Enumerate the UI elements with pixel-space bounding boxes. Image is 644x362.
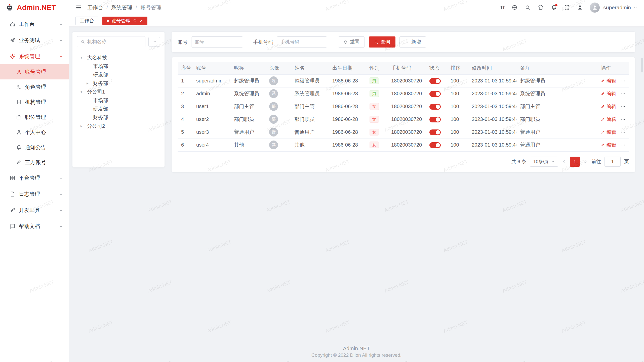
user-icon[interactable] — [577, 4, 583, 11]
breadcrumb-item[interactable]: 系统管理 — [111, 4, 132, 11]
refresh-icon — [343, 40, 348, 44]
user-menu-chevron-down-icon[interactable] — [633, 6, 637, 10]
cell-gender: 男 — [366, 87, 388, 100]
row-more-button[interactable] — [621, 130, 626, 135]
sidebar-subitem-third-account[interactable]: 三方账号 — [0, 155, 69, 170]
add-button[interactable]: 新增 — [399, 36, 426, 48]
user-avatar[interactable] — [590, 3, 600, 13]
status-toggle[interactable] — [429, 129, 441, 135]
username-label[interactable]: superadmin — [603, 5, 631, 11]
sidebar-subitem-position[interactable]: 职位管理 — [0, 110, 69, 125]
breadcrumb-item[interactable]: 工作台 — [87, 4, 103, 11]
row-more-button[interactable] — [621, 117, 626, 122]
cell-seq: 4 — [178, 113, 193, 126]
tree-caret-icon[interactable]: ▸ — [87, 81, 93, 85]
cell-phone: 18020030720 — [388, 113, 426, 126]
sidebar-item-docs[interactable]: 帮助文档 — [0, 218, 69, 234]
status-toggle[interactable] — [429, 78, 441, 84]
cell-seq: 2 — [178, 87, 193, 100]
pencil-icon — [601, 117, 605, 121]
cell-name: 普通用户 — [291, 126, 329, 139]
edit-button[interactable]: 编辑 — [601, 129, 616, 135]
edit-button[interactable]: 编辑 — [601, 90, 616, 97]
status-toggle[interactable] — [429, 142, 441, 148]
topbar: 工作台/系统管理/账号管理 Tt superadmin — [69, 0, 644, 15]
row-more-button[interactable] — [621, 143, 626, 148]
row-more-button[interactable] — [621, 91, 626, 96]
status-toggle[interactable] — [429, 117, 441, 122]
sidebar-item-platform[interactable]: 平台管理 — [0, 170, 69, 186]
menu-toggle-icon[interactable] — [75, 4, 82, 11]
cell-birthday: 1986-06-28 — [329, 139, 366, 151]
reset-button[interactable]: 重置 — [338, 36, 365, 48]
sidebar-subitem-label: 个人中心 — [25, 129, 46, 136]
fullscreen-icon[interactable] — [564, 4, 570, 11]
pencil-icon — [601, 104, 605, 109]
sidebar-item-workbench[interactable]: 工作台 — [0, 16, 69, 32]
sidebar-subitem-account[interactable]: 账号管理 — [0, 64, 69, 79]
tree-node[interactable]: 研发部 — [77, 70, 160, 79]
active-tab-dot — [107, 20, 109, 22]
next-page-button[interactable] — [583, 159, 588, 164]
query-button[interactable]: 查询 — [369, 36, 395, 48]
tab-workbench[interactable]: 工作台 — [75, 17, 98, 25]
page-size-select[interactable]: 10条/页 — [530, 157, 558, 167]
sidebar-item-system-management[interactable]: 系统管理 — [0, 48, 69, 64]
status-toggle[interactable] — [429, 91, 441, 97]
sidebar-item-log[interactable]: 日志管理 — [0, 186, 69, 202]
cell-remark: 普通用户 — [516, 139, 597, 151]
edit-button[interactable]: 编辑 — [601, 78, 616, 84]
close-icon[interactable] — [139, 19, 143, 23]
language-icon[interactable] — [511, 4, 518, 11]
search-icon[interactable] — [524, 4, 531, 11]
tree-node[interactable]: ▾大名科技 — [77, 53, 160, 62]
edit-button[interactable]: 编辑 — [601, 142, 616, 148]
sidebar-subitem-notice[interactable]: 通知公告 — [0, 140, 69, 155]
tree-node[interactable]: 财务部 — [77, 113, 160, 122]
pencil-icon — [601, 92, 605, 96]
account-filter-input[interactable] — [195, 39, 239, 45]
tree-caret-icon[interactable]: ▸ — [80, 124, 87, 128]
prev-page-button[interactable] — [562, 159, 566, 164]
tab-account[interactable]: 账号管理 — [102, 17, 147, 25]
edit-button[interactable]: 编辑 — [601, 103, 616, 110]
gender-tag: 男 — [370, 77, 379, 84]
tree-node[interactable]: 市场部 — [77, 62, 160, 70]
page-number-current[interactable]: 1 — [570, 157, 580, 167]
tree-node[interactable]: ▸分公司2 — [77, 122, 160, 130]
org-search-input[interactable] — [87, 39, 142, 44]
cell-modified: 2023-01-03 10:59:44 — [468, 87, 516, 100]
scrollbar-thumb[interactable] — [641, 58, 643, 72]
row-avatar: 系 — [269, 89, 278, 98]
theme-icon[interactable] — [537, 4, 544, 11]
tree-node-label: 分公司2 — [87, 123, 105, 129]
tree-caret-icon[interactable]: ▾ — [80, 55, 87, 60]
tree-node[interactable]: ▸财务部 — [77, 79, 160, 87]
tree-node[interactable]: 市场部 — [77, 96, 160, 105]
tree-caret-icon[interactable]: ▾ — [80, 89, 87, 94]
notification-icon[interactable] — [550, 4, 557, 11]
status-toggle[interactable] — [429, 104, 441, 110]
sidebar-subitem-role[interactable]: 角色管理 — [0, 79, 69, 95]
row-more-button[interactable] — [621, 78, 626, 83]
sidebar-subitem-profile[interactable]: 个人中心 — [0, 125, 69, 140]
cell-account: user1 — [193, 100, 230, 113]
sidebar-subitem-org[interactable]: 机构管理 — [0, 95, 69, 110]
org-more-button[interactable] — [148, 37, 160, 47]
sidebar-item-devtools[interactable]: 开发工具 — [0, 202, 69, 218]
column-header-modified: 修改时间 — [468, 62, 516, 74]
edit-button[interactable]: 编辑 — [601, 116, 616, 123]
cell-avatar: 系 — [266, 87, 291, 100]
row-avatar: 普 — [269, 128, 278, 137]
tree-node[interactable]: 研发部 — [77, 105, 160, 113]
cell-remark: 普通用户 — [516, 126, 597, 139]
refresh-icon[interactable] — [133, 19, 137, 23]
row-more-button[interactable] — [621, 104, 626, 109]
font-size-icon[interactable]: Tt — [500, 4, 505, 11]
goto-page-input[interactable] — [605, 157, 621, 167]
breadcrumb-item: 账号管理 — [140, 4, 162, 11]
app-logo[interactable]: Admin.NET — [0, 0, 69, 15]
phone-filter-input[interactable] — [280, 39, 324, 45]
tree-node[interactable]: ▾分公司1 — [77, 87, 160, 96]
sidebar-item-business-test[interactable]: 业务测试 — [0, 32, 69, 48]
